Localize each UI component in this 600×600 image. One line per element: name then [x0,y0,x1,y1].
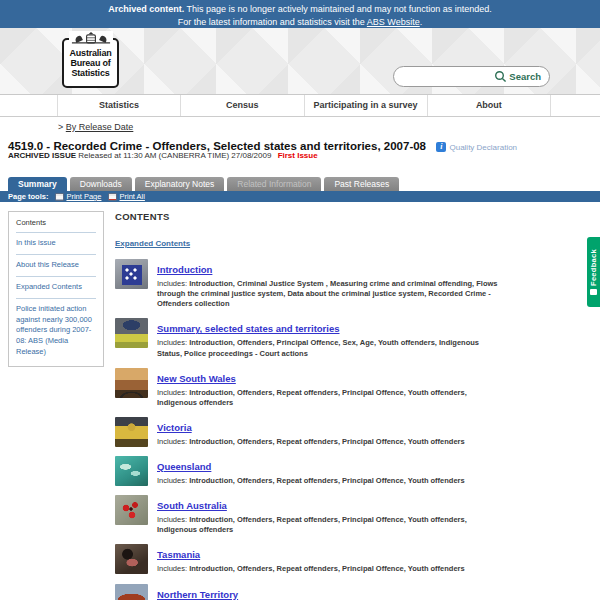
breadcrumb-by-release-date-link[interactable]: By Release Date [66,122,134,132]
includes-text: Introduction, Criminal Justice System , … [157,279,498,308]
feedback-speech-bubble-icon [590,289,597,295]
quality-declaration-link[interactable]: i Quality Declaration [436,142,517,152]
print-all-label: Print All [119,192,144,201]
includes-label: Includes: [157,388,187,397]
section-text: Summary, selected states and territories… [157,318,505,358]
includes-label: Includes: [157,338,187,347]
abs-logo-text: Australian Bureau of Statistics [64,48,117,78]
section-link-northern-territory[interactable]: Northern Territory [157,589,238,600]
police-officer-thumbnail[interactable] [115,318,148,348]
sections-list: Introduction Includes: Introduction, Cri… [115,259,582,600]
nav-item-participating[interactable]: Participating in a survey [304,95,427,116]
archived-banner-post: . [420,17,423,27]
print-page-label: Print Page [66,192,101,201]
logo-line2: Bureau of [64,58,117,68]
page-root: Archived content. This page is no longer… [0,0,600,600]
breadcrumb: > By Release Date [0,117,600,133]
section-includes: Includes: Introduction, Offenders, Princ… [157,338,505,358]
main-nav: Statistics Census Participating in a sur… [0,95,600,117]
includes-label: Includes: [157,515,187,524]
sidebar-item-about-this-release[interactable]: About this Release [16,255,96,277]
abs-website-link[interactable]: ABS Website [367,17,420,27]
nav-item-about[interactable]: About [427,95,551,116]
includes-label: Includes: [157,476,187,485]
police-station-sign-thumbnail[interactable] [115,259,148,289]
quality-declaration-label: Quality Declaration [449,143,517,152]
page-tools-label: Page tools: [8,192,48,201]
section-link-new-south-wales[interactable]: New South Wales [157,373,236,384]
section-link-tasmania[interactable]: Tasmania [157,549,200,560]
includes-text: Introduction, Offenders, Repeat offender… [157,388,467,407]
sydney-harbour-bridge-thumbnail[interactable] [115,368,148,398]
breadcrumb-separator: > [58,122,63,132]
archived-banner-bold: Archived content. [108,4,184,14]
includes-label: Includes: [157,564,187,573]
section-text: Northern Territory Includes: Introductio… [157,584,505,600]
search-input[interactable]: Search [393,66,550,87]
expanded-contents-link[interactable]: Expanded Contents [115,239,190,248]
print-all-link[interactable]: Print All [108,192,144,201]
archived-banner-pre: For the latest information and statistic… [178,17,367,27]
search-button[interactable]: Search [494,70,541,83]
section-introduction: Introduction Includes: Introduction, Cri… [115,259,582,309]
section-text: New South Wales Includes: Introduction, … [157,368,505,408]
abs-logo[interactable]: Australian Bureau of Statistics [62,38,119,88]
section-link-queensland[interactable]: Queensland [157,461,211,472]
nav-item-census[interactable]: Census [180,95,303,116]
section-includes: Includes: Introduction, Offenders, Repea… [157,437,465,447]
section-victoria: Victoria Includes: Introduction, Offende… [115,417,582,447]
section-text: South Australia Includes: Introduction, … [157,495,505,535]
search-icon [494,70,507,83]
search-label: Search [509,71,541,82]
section-link-south-australia[interactable]: South Australia [157,500,227,511]
feedback-label: Feedback [589,249,598,286]
section-queensland: Queensland Includes: Introduction, Offen… [115,456,582,486]
section-tasmania: Tasmania Includes: Introduction, Offende… [115,544,582,574]
tab-downloads[interactable]: Downloads [70,177,132,191]
sturt-desert-pea-thumbnail[interactable] [115,495,148,525]
tab-summary[interactable]: Summary [8,177,67,191]
section-includes: Includes: Introduction, Offenders, Repea… [157,515,505,535]
tab-related-information[interactable]: Related Information [227,177,321,191]
tab-bar: Summary Downloads Explanatory Notes Rela… [0,177,600,191]
uluru-thumbnail[interactable] [115,584,148,600]
section-link-victoria[interactable]: Victoria [157,422,192,433]
section-text: Introduction Includes: Introduction, Cri… [157,259,505,309]
flinders-street-station-thumbnail[interactable] [115,417,148,447]
includes-text: Introduction, Offenders, Principal Offen… [157,338,479,357]
section-link-summary[interactable]: Summary, selected states and territories [157,323,340,334]
includes-text: Introduction, Offenders, Repeat offender… [157,515,467,534]
section-includes: Includes: Introduction, Criminal Justice… [157,279,505,309]
section-new-south-wales: New South Wales Includes: Introduction, … [115,368,582,408]
archived-banner-line2: For the latest information and statistic… [0,16,600,29]
includes-label: Includes: [157,437,187,446]
section-link-introduction[interactable]: Introduction [157,264,212,275]
tab-explanatory-notes[interactable]: Explanatory Notes [135,177,224,191]
section-summary: Summary, selected states and territories… [115,318,582,358]
includes-label: Includes: [157,279,187,288]
sidebar-title: Contents [16,218,96,233]
archived-banner: Archived content. This page is no longer… [0,0,600,28]
sidebar-item-in-this-issue[interactable]: In this issue [16,233,96,255]
section-includes: Includes: Introduction, Offenders, Repea… [157,388,505,408]
section-text: Tasmania Includes: Introduction, Offende… [157,544,465,574]
page-tools-bar: Page tools: Print Page Print All [0,191,600,202]
section-includes: Includes: Introduction, Offenders, Repea… [157,476,465,486]
main-nav-inner: Statistics Census Participating in a sur… [57,95,551,116]
reef-aerial-thumbnail[interactable] [115,456,148,486]
sidebar-item-expanded-contents[interactable]: Expanded Contents [16,277,96,299]
tab-past-releases[interactable]: Past Releases [324,177,399,191]
includes-text: Introduction, Offenders, Repeat offender… [189,564,465,573]
tasmanian-devil-thumbnail[interactable] [115,544,148,574]
print-page-link[interactable]: Print Page [55,192,101,201]
section-text: Queensland Includes: Introduction, Offen… [157,456,465,486]
feedback-tab[interactable]: Feedback [587,237,600,307]
sidebar-item-media-release[interactable]: Police initiated action against nearly 3… [16,299,96,359]
first-issue-badge: First Issue [278,151,318,160]
contents-sidebar: Contents In this issue About this Releas… [8,211,104,367]
nav-item-statistics[interactable]: Statistics [57,95,180,116]
section-south-australia: South Australia Includes: Introduction, … [115,495,582,535]
logo-line3: Statistics [64,68,117,78]
main-column: CONTENTS Expanded Contents Introduction … [115,211,582,600]
section-text: Victoria Includes: Introduction, Offende… [157,417,465,447]
